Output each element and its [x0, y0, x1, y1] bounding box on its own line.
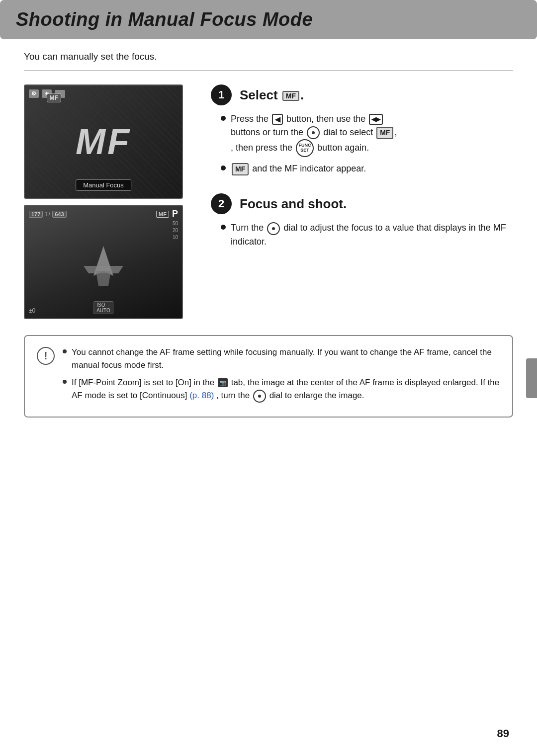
note-link: (p. 88) [189, 391, 214, 400]
svg-marker-2 [96, 271, 111, 286]
step-2-title: Focus and shoot. [240, 196, 347, 212]
cam2-ev: ±0 [29, 307, 35, 314]
bullet-dot-2 [221, 166, 226, 170]
note-dot-1 [63, 349, 67, 353]
camera-top-icons: ⚙ ★ ▲ MF [29, 89, 65, 98]
step-1-title: Select MF. [240, 87, 304, 103]
divider [24, 70, 513, 71]
camera-screen-2: 177 1/ 643 MF P [24, 205, 183, 319]
title-bar: Shooting in Manual Focus Mode [0, 0, 537, 39]
cam2-iso: ISOAUTO [93, 301, 113, 314]
step-1-section: 1 Select MF. Press the ◀ button, then us… [211, 84, 513, 175]
note-box: ! You cannot change the AF frame setting… [24, 335, 513, 418]
note-content: You cannot change the AF frame setting w… [63, 346, 500, 407]
content-area: ⚙ ★ ▲ MF MF Manual Focus 177 1/ 643 [24, 84, 513, 319]
note-text-2: If [MF-Point Zoom] is set to [On] in the… [72, 376, 500, 403]
step-1-bullet-2: MF and the MF indicator appear. [221, 162, 513, 175]
manual-focus-label: Manual Focus [76, 179, 131, 191]
step-2-number: 2 [211, 193, 232, 214]
step-2-bullets: Turn the dial to adjust the focus to a v… [221, 221, 513, 248]
bullet-dot-1 [221, 116, 226, 121]
step-2-bullet-1-text: Turn the dial to adjust the focus to a v… [231, 221, 513, 248]
cam-icon-wrench: ⚙ [29, 89, 39, 98]
step-1-bullet-1-text: Press the ◀ button, then use the ◀▶ butt… [231, 112, 513, 157]
step1-mf-icon: MF [282, 91, 299, 101]
note-dot-2 [63, 380, 67, 384]
steps-column: 1 Select MF. Press the ◀ button, then us… [211, 84, 513, 319]
cam2-top-right: MF P [156, 209, 178, 219]
note-text-1: You cannot change the AF frame setting w… [72, 346, 500, 372]
cam2-separator: 1/ [45, 210, 50, 218]
cam2-shutter-badge: 643 [52, 211, 66, 218]
mf-badge-top: MF [47, 93, 61, 102]
cam2-mf-badge: MF [156, 211, 169, 218]
scale-50: 50 [173, 221, 178, 226]
bullet-dot-3 [221, 225, 226, 230]
cam2-mode-badge: P [172, 209, 178, 219]
mf-inline-indicator: MF [232, 163, 249, 175]
camera-screen-1: ⚙ ★ ▲ MF MF Manual Focus [24, 84, 183, 199]
subtitle: You can manually set the focus. [24, 51, 513, 62]
page-container: Shooting in Manual Focus Mode You can ma… [0, 0, 537, 441]
images-column: ⚙ ★ ▲ MF MF Manual Focus 177 1/ 643 [24, 84, 193, 319]
dial-icon-1 [307, 126, 320, 139]
step-2-section: 2 Focus and shoot. Turn the dial to adju… [211, 193, 513, 248]
step-2-header: 2 Focus and shoot. [211, 193, 513, 214]
cam2-top-row: 177 1/ 643 MF P [29, 209, 178, 219]
cam2-top-left: 177 1/ 643 [29, 210, 67, 218]
dial-icon-2 [267, 222, 280, 235]
mf-inline-select: MF [376, 127, 393, 139]
lr-arrows-btn-icon: ◀▶ [369, 114, 383, 125]
cam2-bottom-left: ±0 [29, 307, 35, 314]
right-tab [526, 358, 537, 398]
step-1-number: 1 [211, 84, 232, 105]
scale-20: 20 [173, 228, 178, 233]
page-number: 89 [497, 727, 509, 740]
func-set-btn-icon: FUNCSET [296, 139, 314, 157]
step-2-bullet-1: Turn the dial to adjust the focus to a v… [221, 221, 513, 248]
camera-tab-icon: 📷 [218, 378, 228, 387]
left-arrow-btn-icon: ◀ [272, 114, 283, 125]
note-bullet-1: You cannot change the AF frame setting w… [63, 346, 500, 372]
step-1-bullet-2-text: MF and the MF indicator appear. [231, 162, 513, 175]
cam2-scale: 50 20 10 [173, 221, 178, 240]
page-title: Shooting in Manual Focus Mode [16, 9, 521, 30]
step-1-bullets: Press the ◀ button, then use the ◀▶ butt… [221, 112, 513, 175]
dial-icon-3 [253, 390, 266, 403]
cam2-f-badge: 177 [29, 211, 43, 218]
warning-icon: ! [37, 347, 55, 365]
mf-big-display: MF [76, 121, 131, 162]
scale-10: 10 [173, 235, 178, 240]
step-1-header: 1 Select MF. [211, 84, 513, 105]
airplane-graphic [54, 236, 153, 301]
note-bullet-2: If [MF-Point Zoom] is set to [On] in the… [63, 376, 500, 403]
step-1-bullet-1: Press the ◀ button, then use the ◀▶ butt… [221, 112, 513, 157]
